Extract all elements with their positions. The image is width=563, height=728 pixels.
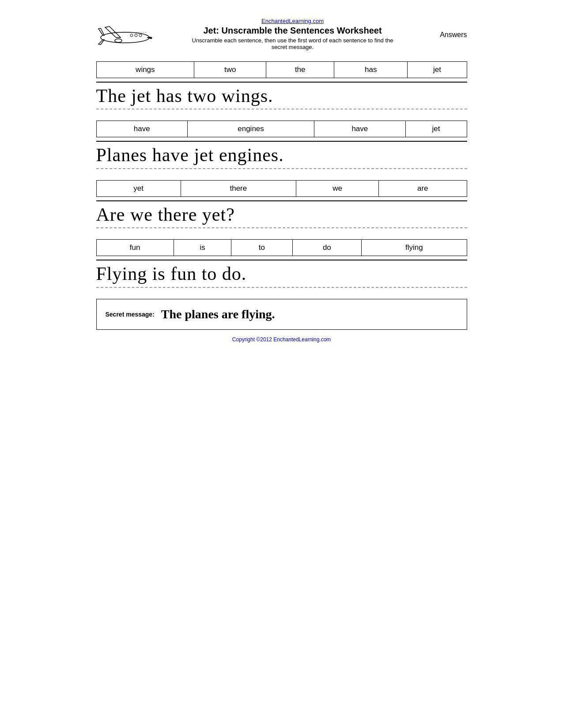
word-cell: engines	[187, 121, 314, 137]
answer-top-line-1	[96, 82, 467, 83]
worksheet-subtitle: Unscramble each sentence, then use the f…	[158, 37, 427, 44]
word-cell: yet	[96, 180, 181, 196]
answers-label: Answers	[432, 18, 467, 39]
svg-point-1	[135, 34, 137, 37]
answer-sentence-2: Planes have jet engines.	[96, 144, 467, 169]
answer-area-2: Planes have jet engines.	[96, 141, 467, 171]
word-cell: fun	[96, 240, 174, 256]
footer: Copyright ©2012 EnchantedLearning.com	[96, 336, 467, 343]
answer-top-line-4	[96, 260, 467, 260]
answer-sentence-4: Flying is fun to do.	[96, 263, 467, 287]
answer-area-4: Flying is fun to do.	[96, 260, 467, 290]
word-table-3: yet there we are	[96, 180, 467, 197]
word-cell: to	[231, 240, 292, 256]
header-text-block: EnchantedLearning.com Jet: Unscramble th…	[154, 18, 432, 50]
page: EnchantedLearning.com Jet: Unscramble th…	[83, 9, 480, 351]
word-table-1: wings two the has jet	[96, 61, 467, 78]
answer-sentence-1: The jet has two wings.	[96, 85, 467, 109]
word-cell: jet	[408, 62, 467, 78]
secret-message-box: Secret message: The planes are flying.	[96, 299, 467, 330]
worksheet-title: Jet: Unscramble the Sentences Worksheet	[158, 26, 427, 36]
secret-label: Secret message:	[106, 311, 155, 318]
word-cell: do	[292, 240, 362, 256]
answer-area-3: Are we there yet?	[96, 200, 467, 230]
secret-message-text: The planes are flying.	[161, 307, 275, 321]
sentence-section-1: wings two the has jet The jet has two wi…	[96, 61, 467, 112]
word-cell: we	[296, 180, 379, 196]
plane-illustration	[96, 18, 154, 55]
word-cell: jet	[405, 121, 467, 137]
sentence-section-2: have engines have jet Planes have jet en…	[96, 121, 467, 171]
answer-sentence-3: Are we there yet?	[96, 204, 467, 228]
word-cell: the	[266, 62, 334, 78]
word-cell: flying	[362, 240, 467, 256]
sentence-section-4: fun is to do flying Flying is fun to do.	[96, 239, 467, 290]
word-cell: have	[314, 121, 405, 137]
word-cell: is	[174, 240, 231, 256]
answer-top-line-3	[96, 200, 467, 201]
answer-top-line-2	[96, 141, 467, 142]
svg-point-4	[115, 39, 122, 42]
svg-point-3	[130, 34, 133, 37]
word-cell: have	[96, 121, 187, 137]
word-table-2: have engines have jet	[96, 121, 467, 137]
plane-icon	[96, 18, 154, 53]
word-cell: has	[334, 62, 408, 78]
sentence-section-3: yet there we are Are we there yet?	[96, 180, 467, 230]
word-cell: are	[379, 180, 467, 196]
worksheet-subtitle2: secret message.	[158, 44, 427, 50]
site-link[interactable]: EnchantedLearning.com	[158, 18, 427, 24]
svg-point-2	[139, 34, 142, 37]
word-cell: two	[194, 62, 266, 78]
answer-area-1: The jet has two wings.	[96, 82, 467, 112]
header: EnchantedLearning.com Jet: Unscramble th…	[96, 18, 467, 55]
svg-point-0	[101, 32, 149, 43]
word-cell: wings	[96, 62, 194, 78]
word-cell: there	[181, 180, 296, 196]
word-table-4: fun is to do flying	[96, 239, 467, 256]
copyright-text[interactable]: Copyright ©2012 EnchantedLearning.com	[232, 336, 331, 343]
